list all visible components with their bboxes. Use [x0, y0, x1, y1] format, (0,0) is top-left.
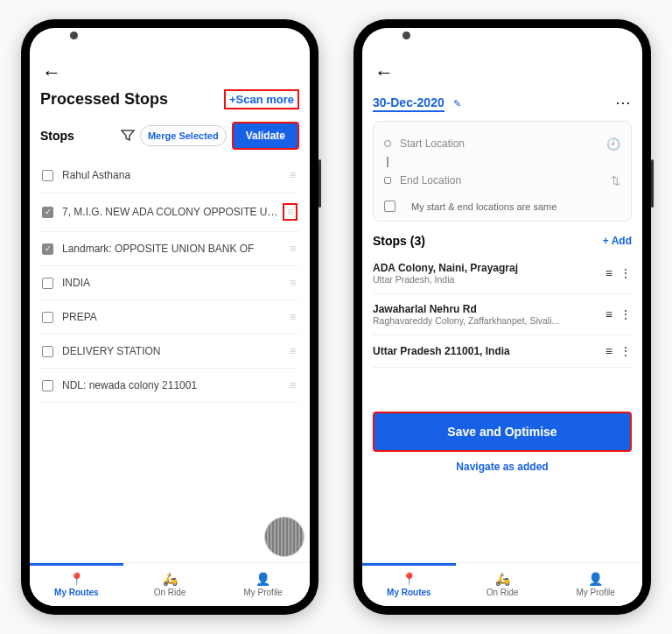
- route-stop-row[interactable]: ADA Colony, Naini, Prayagraj Uttar Prade…: [373, 253, 632, 294]
- nav-on-ride[interactable]: 🛵 On Ride: [123, 563, 217, 606]
- scan-more-button[interactable]: +Scan more: [224, 89, 299, 109]
- drag-handle-icon[interactable]: ≡: [288, 277, 298, 289]
- stop-sub: Uttar Pradesh, India: [373, 274, 598, 285]
- nav-my-routes[interactable]: 📍 My Routes: [30, 563, 123, 606]
- drag-handle-icon[interactable]: ≡: [288, 243, 298, 255]
- bike-icon: 🛵: [163, 572, 178, 586]
- date-value: 30-Dec-2020: [373, 95, 444, 112]
- same-location-checkbox[interactable]: [384, 201, 396, 212]
- phone-side-button: [651, 159, 654, 208]
- drag-handle-icon[interactable]: ≡: [283, 203, 298, 221]
- stop-row[interactable]: INDIA ≡: [40, 266, 299, 300]
- route-stop-row[interactable]: Uttar Pradesh 211001, India ≡ ⋮: [373, 335, 632, 368]
- clock-icon[interactable]: 🕘: [606, 137, 620, 151]
- stop-row[interactable]: PREPA ≡: [40, 300, 299, 335]
- stop-text: Landmark: OPPOSITE UNION BANK OF: [62, 243, 288, 255]
- end-location-input[interactable]: [400, 171, 602, 190]
- stop-text: NDL: newada colony 211001: [62, 379, 288, 391]
- stop-sub: Raghavareddy Colony, Zaffarkhanpet, Siva…: [373, 315, 598, 326]
- drag-handle-icon[interactable]: ≡: [288, 345, 298, 357]
- stop-menu-button[interactable]: ⋮: [620, 307, 632, 321]
- navigate-as-added-link[interactable]: Navigate as added: [373, 461, 632, 473]
- filter-icon[interactable]: [121, 130, 135, 142]
- nav-label: On Ride: [154, 588, 186, 597]
- stop-text: PREPA: [62, 311, 288, 323]
- phone-right: ← 30-Dec-2020 ✎ ⋯ 🕘 ⇅: [354, 19, 651, 615]
- checkbox[interactable]: [42, 243, 53, 255]
- stop-row[interactable]: Rahul Asthana ≡: [40, 158, 299, 193]
- stop-main: Jawaharlal Nehru Rd: [373, 303, 598, 315]
- stop-main: Uttar Pradesh 211001, India: [373, 345, 598, 357]
- page-title: Processed Stops: [40, 90, 168, 109]
- nav-my-routes[interactable]: 📍 My Routes: [362, 563, 456, 606]
- stop-row[interactable]: NDL: newada colony 211001 ≡: [40, 369, 299, 403]
- checkbox[interactable]: [42, 278, 53, 289]
- save-optimise-button[interactable]: Save and Optimise: [373, 412, 632, 452]
- nav-label: My Profile: [243, 588, 282, 597]
- pin-icon: 📍: [69, 572, 84, 586]
- nav-indicator: [362, 563, 456, 566]
- reorder-handle-icon[interactable]: ≡: [606, 344, 612, 358]
- nav-label: My Routes: [54, 588, 99, 597]
- reorder-handle-icon[interactable]: ≡: [606, 307, 612, 321]
- location-box: 🕘 ⇅ My start & end locations are same: [373, 121, 632, 222]
- bottom-nav: 📍 My Routes 🛵 On Ride 👤 My Profile: [362, 562, 642, 606]
- end-dot-icon: [384, 177, 391, 184]
- bike-icon: 🛵: [495, 572, 510, 586]
- connector-line: [387, 157, 388, 167]
- checkbox[interactable]: [42, 207, 53, 218]
- reorder-handle-icon[interactable]: ≡: [606, 266, 612, 280]
- stops-label: Stops: [40, 129, 116, 143]
- route-stop-row[interactable]: Jawaharlal Nehru Rd Raghavareddy Colony,…: [373, 294, 632, 335]
- stop-menu-button[interactable]: ⋮: [620, 344, 632, 358]
- profile-icon: 👤: [588, 572, 603, 586]
- stops-count-label: Stops (3): [373, 234, 425, 248]
- bottom-nav: 📍 My Routes 🛵 On Ride 👤 My Profile: [30, 562, 310, 606]
- drag-handle-icon[interactable]: ≡: [288, 169, 298, 181]
- scanned-image-thumb[interactable]: [264, 517, 304, 557]
- back-button[interactable]: ←: [373, 58, 396, 88]
- nav-on-ride[interactable]: 🛵 On Ride: [456, 563, 550, 606]
- stop-text: DELIVERY STATION: [62, 345, 288, 357]
- phone-left: ← Processed Stops +Scan more Stops Merge…: [21, 19, 318, 615]
- start-dot-icon: [384, 140, 391, 147]
- add-stop-button[interactable]: + Add: [603, 235, 632, 247]
- same-location-label: My start & end locations are same: [411, 201, 556, 212]
- drag-handle-icon[interactable]: ≡: [288, 379, 298, 391]
- swap-icon[interactable]: ⇅: [611, 174, 620, 187]
- more-menu-button[interactable]: ⋯: [615, 93, 632, 112]
- stop-row[interactable]: Landmark: OPPOSITE UNION BANK OF ≡: [40, 232, 299, 266]
- date-picker[interactable]: 30-Dec-2020 ✎: [373, 95, 461, 110]
- stop-text: INDIA: [62, 277, 288, 289]
- drag-handle-icon[interactable]: ≡: [288, 311, 298, 323]
- pin-icon: 📍: [402, 572, 416, 586]
- checkbox[interactable]: [42, 380, 53, 391]
- edit-icon[interactable]: ✎: [453, 98, 461, 109]
- nav-label: My Profile: [576, 588, 614, 597]
- nav-indicator: [30, 563, 123, 566]
- stop-row[interactable]: 7, M.I.G. NEW ADA COLONY OPPOSITE UNION …: [40, 193, 299, 232]
- stop-menu-button[interactable]: ⋮: [620, 266, 632, 280]
- nav-label: On Ride: [486, 588, 519, 597]
- profile-icon: 👤: [256, 572, 270, 586]
- stop-row[interactable]: DELIVERY STATION ≡: [40, 335, 299, 369]
- screen-route-detail: ← 30-Dec-2020 ✎ ⋯ 🕘 ⇅: [362, 28, 642, 606]
- stop-main: ADA Colony, Naini, Prayagraj: [373, 262, 598, 274]
- validate-button[interactable]: Validate: [232, 122, 299, 150]
- screen-processed-stops: ← Processed Stops +Scan more Stops Merge…: [30, 28, 310, 606]
- nav-label: My Routes: [387, 588, 431, 597]
- nav-my-profile[interactable]: 👤 My Profile: [216, 563, 310, 606]
- stop-text: 7, M.I.G. NEW ADA COLONY OPPOSITE UNION …: [62, 206, 283, 218]
- phone-side-button: [318, 159, 321, 208]
- checkbox[interactable]: [42, 170, 53, 181]
- nav-my-profile[interactable]: 👤 My Profile: [549, 563, 642, 606]
- stop-text: Rahul Asthana: [62, 169, 288, 181]
- checkbox[interactable]: [42, 346, 53, 357]
- checkbox[interactable]: [42, 312, 53, 323]
- merge-selected-button[interactable]: Merge Selected: [140, 125, 227, 146]
- back-button[interactable]: ←: [40, 58, 63, 88]
- start-location-input[interactable]: [400, 134, 598, 153]
